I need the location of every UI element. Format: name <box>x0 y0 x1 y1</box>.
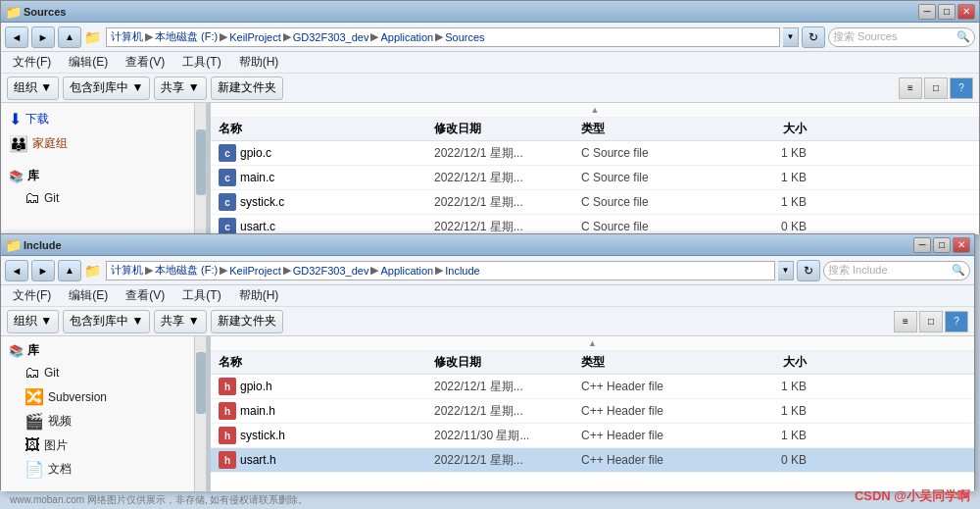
back-button-top[interactable]: ◄ <box>5 26 28 48</box>
view-buttons-bottom: ≡ □ ? <box>894 311 968 332</box>
lib-icon: 📚 <box>9 170 24 183</box>
path-sources-top[interactable]: Sources <box>445 31 484 43</box>
help-icon-bottom[interactable]: ? <box>945 311 968 332</box>
sidebar-thumb-bottom <box>196 352 206 414</box>
file-name-gpio-c: gpio.c <box>240 146 434 160</box>
path-app-bottom[interactable]: Application <box>380 265 433 277</box>
menu-file-top[interactable]: 文件(F) <box>5 52 59 73</box>
path-dropdown-bottom[interactable]: ▼ <box>778 261 794 280</box>
sidebar-scrollbar-top[interactable] <box>194 103 206 234</box>
path-gd32-top[interactable]: GD32F303_dev <box>293 31 369 43</box>
path-keil-bottom[interactable]: KeilProject <box>229 265 281 277</box>
maximize-button-bottom[interactable]: □ <box>933 237 951 253</box>
menu-help-bottom[interactable]: 帮助(H) <box>231 285 287 306</box>
col-header-date-top[interactable]: 修改日期 <box>434 121 581 137</box>
col-header-size-top[interactable]: 大小 <box>728 121 807 137</box>
col-header-date-bottom[interactable]: 修改日期 <box>434 354 581 371</box>
file-row-usart-c[interactable]: c usart.c 2022/12/1 星期... C Source file … <box>211 215 979 234</box>
close-button-bottom[interactable]: ✕ <box>953 237 970 253</box>
path-computer-top[interactable]: 计算机 <box>111 29 143 44</box>
refresh-button-bottom[interactable]: ↻ <box>797 260 820 281</box>
path-drive-bottom[interactable]: 本地磁盘 (F:) <box>155 263 218 278</box>
sidebar-item-git-top[interactable]: 🗂 Git <box>1 186 206 210</box>
maximize-button-top[interactable]: □ <box>938 4 956 20</box>
sidebar-item-docs[interactable]: 📄 文档 <box>1 457 206 482</box>
path-app-top[interactable]: Application <box>380 31 433 43</box>
view-grid-icon-top[interactable]: □ <box>924 77 948 99</box>
file-row-main-c[interactable]: c main.c 2022/12/1 星期... C Source file 1… <box>211 166 979 190</box>
file-row-systick-h[interactable]: h systick.h 2022/11/30 星期... C++ Header … <box>211 424 974 448</box>
col-header-size-bottom[interactable]: 大小 <box>728 354 807 371</box>
minimize-button-top[interactable]: ─ <box>918 4 936 20</box>
menu-tools-bottom[interactable]: 工具(T) <box>174 285 228 306</box>
view-grid-icon-bottom[interactable]: □ <box>919 311 943 332</box>
file-name-usart-c: usart.c <box>240 220 434 233</box>
back-button-bottom[interactable]: ◄ <box>5 260 28 281</box>
path-gd32-bottom[interactable]: GD32F303_dev <box>293 265 369 277</box>
col-header-type-top[interactable]: 类型 <box>581 121 728 137</box>
sidebar-item-git-bottom[interactable]: 🗂 Git <box>1 361 206 384</box>
new-folder-button-bottom[interactable]: 新建文件夹 <box>211 310 283 333</box>
col-header-name-bottom[interactable]: 名称 <box>219 354 434 371</box>
refresh-button-top[interactable]: ↻ <box>802 26 825 48</box>
file-row-usart-h[interactable]: h usart.h 2022/12/1 星期... C++ Header fil… <box>211 448 974 473</box>
up-button-bottom[interactable]: ▲ <box>58 260 81 281</box>
path-keil-top[interactable]: KeilProject <box>229 31 281 43</box>
sidebar-item-video[interactable]: 🎬 视频 <box>1 409 206 433</box>
file-row-systick-c[interactable]: c systick.c 2022/12/1 星期... C Source fil… <box>211 190 979 215</box>
file-area-top: ▲ 名称 修改日期 类型 大小 c gpio.c 2022/12/1 星期...… <box>211 103 979 234</box>
include-button-top[interactable]: 包含到库中 ▼ <box>63 76 150 100</box>
sidebar-label-lib-bottom: 库 <box>27 342 39 359</box>
h-file-icon-systick: h <box>219 427 236 444</box>
close-button-top[interactable]: ✕ <box>957 4 975 20</box>
file-row-gpio-h[interactable]: h gpio.h 2022/12/1 星期... C++ Header file… <box>211 375 974 399</box>
menu-edit-top[interactable]: 编辑(E) <box>61 52 116 73</box>
file-date-systick-h: 2022/11/30 星期... <box>434 428 581 444</box>
file-size-systick-h: 1 KB <box>728 429 807 442</box>
view-list-icon-top[interactable]: ≡ <box>899 77 922 99</box>
organize-button-bottom[interactable]: 组织 ▼ <box>7 310 59 333</box>
menu-help-top[interactable]: 帮助(H) <box>231 52 287 73</box>
sidebar-scrollbar-bottom[interactable] <box>194 336 206 491</box>
file-type-systick-c: C Source file <box>581 195 728 209</box>
file-type-main-c: C Source file <box>581 171 728 184</box>
path-dropdown-top[interactable]: ▼ <box>783 27 799 47</box>
path-computer-bottom[interactable]: 计算机 <box>111 263 143 278</box>
csdn-badge: CSDN @小吴同学啊 <box>855 487 970 505</box>
file-row-main-h[interactable]: h main.h 2022/12/1 星期... C++ Header file… <box>211 399 974 424</box>
new-folder-button-top[interactable]: 新建文件夹 <box>211 76 283 100</box>
menu-view-top[interactable]: 查看(V) <box>118 52 172 73</box>
file-name-main-c: main.c <box>240 171 434 184</box>
toolbar-bottom: 组织 ▼ 包含到库中 ▼ 共享 ▼ 新建文件夹 ≡ □ ? <box>1 307 974 336</box>
address-path-bottom[interactable]: 计算机 ▶ 本地磁盘 (F:) ▶ KeilProject ▶ GD32F303… <box>106 261 775 280</box>
col-header-type-bottom[interactable]: 类型 <box>581 354 728 371</box>
sidebar-label-images: 图片 <box>44 437 68 454</box>
path-drive-top[interactable]: 本地磁盘 (F:) <box>155 29 218 44</box>
col-header-name-top[interactable]: 名称 <box>219 121 434 137</box>
share-button-top[interactable]: 共享 ▼ <box>154 76 206 100</box>
address-path-top[interactable]: 计算机 ▶ 本地磁盘 (F:) ▶ KeilProject ▶ GD32F303… <box>106 27 780 47</box>
search-box-bottom[interactable]: 搜索 Include 🔍 <box>823 261 970 280</box>
minimize-button-bottom[interactable]: ─ <box>913 237 931 253</box>
share-button-bottom[interactable]: 共享 ▼ <box>154 310 206 333</box>
file-row-gpio-c[interactable]: c gpio.c 2022/12/1 星期... C Source file 1… <box>211 141 979 166</box>
sidebar-item-images[interactable]: 🖼 图片 <box>1 433 206 457</box>
sidebar-item-family[interactable]: 👪 家庭组 <box>1 131 206 156</box>
organize-button-top[interactable]: 组织 ▼ <box>7 76 59 100</box>
menu-view-bottom[interactable]: 查看(V) <box>118 285 172 306</box>
forward-button-top[interactable]: ► <box>31 26 55 48</box>
help-icon-top[interactable]: ? <box>950 77 973 99</box>
search-box-top[interactable]: 搜索 Sources 🔍 <box>828 27 975 47</box>
h-file-icon-usart: h <box>219 451 236 469</box>
menu-file-bottom[interactable]: 文件(F) <box>5 285 59 306</box>
view-list-icon-bottom[interactable]: ≡ <box>894 311 917 332</box>
menu-edit-bottom[interactable]: 编辑(E) <box>61 285 116 306</box>
sidebar-item-subversion[interactable]: 🔀 Subversion <box>1 384 206 409</box>
path-include-bottom[interactable]: Include <box>445 265 479 277</box>
c-file-icon-usart: c <box>219 218 236 234</box>
sidebar-item-download[interactable]: ⬇ 下载 <box>1 107 206 131</box>
include-button-bottom[interactable]: 包含到库中 ▼ <box>63 310 150 333</box>
forward-button-bottom[interactable]: ► <box>31 260 55 281</box>
up-button-top[interactable]: ▲ <box>58 26 81 48</box>
menu-tools-top[interactable]: 工具(T) <box>174 52 228 73</box>
